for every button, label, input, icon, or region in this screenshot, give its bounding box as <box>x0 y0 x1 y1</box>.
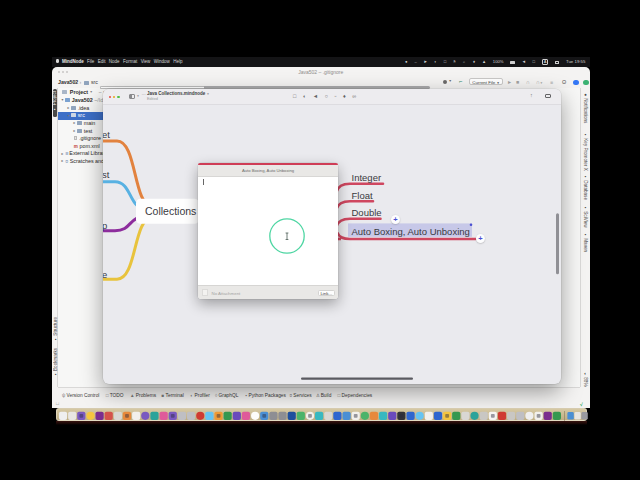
svg-text:Auto Boxing, Auto Unboxing: Auto Boxing, Auto Unboxing <box>352 225 470 236</box>
svg-text:e: e <box>103 269 107 280</box>
svg-text:Collections: Collections <box>145 204 196 216</box>
svg-text:et: et <box>103 128 110 139</box>
svg-text:Float: Float <box>352 189 373 200</box>
svg-text:Double: Double <box>352 207 382 218</box>
svg-text:p: p <box>103 220 107 231</box>
svg-text:st: st <box>103 169 110 180</box>
svg-text:Integer: Integer <box>352 172 382 183</box>
